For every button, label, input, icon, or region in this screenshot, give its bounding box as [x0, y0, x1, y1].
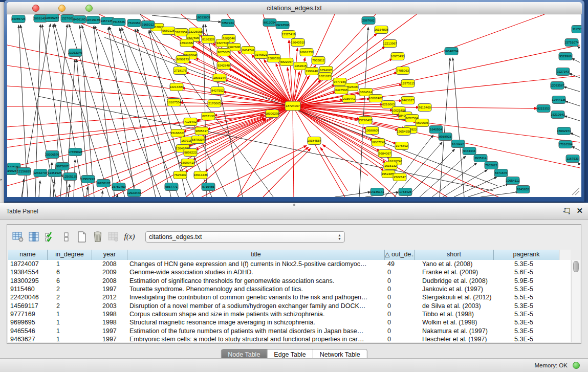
graph-node[interactable]: 20206576: [45, 151, 59, 159]
graph-node[interactable]: 1527602: [61, 15, 74, 23]
graph-node[interactable]: 7125492: [184, 118, 197, 126]
table-rows[interactable]: 1872400712008Changes of HCN gene express…: [8, 260, 571, 342]
column-header-in_degree[interactable]: in_degree: [48, 250, 92, 260]
graph-node[interactable]: 18807249: [371, 139, 385, 146]
graph-node[interactable]: 3315926: [7, 167, 17, 175]
graph-node[interactable]: 5878334: [191, 136, 205, 144]
table-selector[interactable]: citations_edges.txt ▲▼: [145, 231, 345, 243]
table-row[interactable]: 1872400712008Changes of HCN gene express…: [8, 260, 571, 268]
graph-node[interactable]: 9890173: [176, 56, 189, 63]
graph-node[interactable]: 21053346: [68, 49, 82, 57]
graph-node[interactable]: 16033809: [196, 14, 210, 21]
graph-node[interactable]: 1117253: [572, 26, 581, 33]
column-header-short[interactable]: short: [415, 250, 494, 260]
table-row[interactable]: 2242004622012Investigating the contribut…: [8, 293, 571, 301]
graph-node[interactable]: 9529966: [559, 53, 572, 60]
graph-node[interactable]: 12975115: [401, 80, 415, 87]
graph-node[interactable]: 2170065: [208, 100, 221, 107]
graph-node[interactable]: 9463627: [401, 97, 415, 104]
graph-node[interactable]: 8186328: [202, 36, 215, 43]
select-all-button[interactable]: [43, 229, 57, 245]
column-header-out_de[interactable]: △ out_de…: [385, 250, 415, 260]
graph-node[interactable]: 9227343: [556, 68, 570, 76]
graph-node[interactable]: 12213967: [383, 40, 397, 48]
graph-node[interactable]: 12444135: [552, 96, 566, 104]
hub-node[interactable]: 18724007: [285, 101, 300, 111]
table-scrollbar[interactable]: [572, 260, 580, 342]
graph-node[interactable]: 7955812: [312, 57, 325, 64]
graph-node[interactable]: 16154838: [374, 26, 388, 34]
graph-node[interactable]: 9805317: [195, 127, 208, 135]
table-row[interactable]: 946362711997Embryonic stem cells: a mode…: [8, 335, 571, 342]
graph-node[interactable]: 12093587: [550, 82, 564, 90]
memory-ok-indicator[interactable]: [573, 362, 580, 369]
graph-node[interactable]: 10655287: [45, 14, 59, 22]
graph-node[interactable]: 9660128: [162, 27, 175, 35]
graph-node[interactable]: 10973493: [390, 53, 405, 60]
graph-node[interactable]: 12923448: [127, 189, 141, 197]
graph-node[interactable]: 6497568: [335, 86, 348, 94]
graph-node[interactable]: 16210643: [551, 111, 565, 119]
table-settings-button[interactable]: [11, 229, 26, 245]
graph-node[interactable]: 6479197: [451, 140, 465, 148]
graph-node[interactable]: 2522547: [393, 173, 406, 181]
graph-node[interactable]: 15720407: [358, 117, 373, 124]
table-row[interactable]: 977716911998Corpus callosum shape and si…: [8, 310, 571, 318]
graph-node[interactable]: 12156829: [17, 168, 31, 176]
graph-node[interactable]: 8466160: [73, 16, 86, 24]
graph-node[interactable]: 8454749: [242, 47, 255, 54]
graph-node[interactable]: 10688609: [365, 127, 379, 135]
graph-node[interactable]: 1733426: [399, 188, 412, 196]
window-titlebar[interactable]: citations_edges.txt: [7, 2, 582, 14]
graph-node[interactable]: 1990448: [305, 68, 318, 75]
delete-rows-trash-button[interactable]: [91, 229, 105, 245]
column-header-title[interactable]: title: [127, 250, 385, 260]
graph-node[interactable]: 17957223: [81, 176, 95, 183]
column-options-button[interactable]: [59, 229, 73, 245]
column-header-pagerank[interactable]: pagerank: [494, 250, 559, 260]
graph-node[interactable]: 16958107: [96, 180, 111, 187]
graph-node[interactable]: 15166827: [170, 129, 185, 137]
network-canvas[interactable]: 7663822966012859129542322605893275051654…: [7, 14, 581, 197]
graph-node[interactable]: 15751074: [564, 39, 579, 47]
graph-node[interactable]: 9146821: [254, 51, 268, 59]
graph-node[interactable]: 8267130: [202, 113, 215, 120]
graph-node[interactable]: 18300295: [265, 110, 279, 118]
graph-node[interactable]: 9245652: [516, 186, 530, 193]
graph-node[interactable]: 7857224: [221, 19, 234, 27]
graph-node[interactable]: 8938923: [439, 133, 452, 141]
table-header-row[interactable]: namein_degreeyeartitle△ out_de…shortpage…: [8, 250, 571, 260]
graph-node[interactable]: 18640910: [291, 39, 305, 47]
combo-stepper-icon[interactable]: ▲▼: [338, 233, 341, 240]
graph-node[interactable]: 8813054: [263, 19, 276, 27]
graph-node[interactable]: 8471676: [494, 169, 508, 177]
table-row[interactable]: 911546021997Tourette syndrome. Phenomeno…: [8, 285, 571, 293]
table-row[interactable]: 969969511998Structural magnetic resonanc…: [8, 318, 571, 326]
graph-node[interactable]: 9115460: [418, 104, 431, 112]
graph-node[interactable]: 14136141: [370, 188, 384, 196]
column-header-year[interactable]: year: [92, 250, 127, 260]
graph-node[interactable]: 1975692: [395, 142, 408, 150]
graph-node[interactable]: 2036442: [342, 95, 356, 103]
graph-node[interactable]: 9165012: [141, 21, 155, 29]
graph-node[interactable]: 9699695: [416, 119, 429, 127]
graph-node[interactable]: 2935114: [474, 155, 487, 162]
splitter-handle[interactable]: [293, 204, 295, 206]
network-graph[interactable]: 7663822966012859129542322605893275051654…: [7, 14, 581, 197]
graph-node[interactable]: 18107554: [167, 99, 181, 106]
graph-node[interactable]: 16099419: [181, 159, 195, 167]
graph-node[interactable]: 1621022: [318, 73, 332, 80]
select-column-button[interactable]: [27, 229, 41, 245]
graph-node[interactable]: 2718176: [173, 67, 187, 75]
graph-node[interactable]: 11451928: [48, 169, 62, 177]
function-builder-button[interactable]: f(x): [122, 229, 137, 245]
graph-node[interactable]: 10654112: [506, 177, 520, 185]
graph-node[interactable]: 1640934: [429, 126, 443, 134]
graph-node[interactable]: 17016504: [558, 141, 573, 148]
float-panel-icon[interactable]: [563, 208, 571, 215]
column-header-name[interactable]: name: [8, 250, 48, 260]
graph-node[interactable]: 2803144: [213, 74, 226, 82]
graph-node[interactable]: 1167533: [566, 155, 579, 163]
graph-node[interactable]: 10807487: [368, 95, 383, 102]
graph-node[interactable]: 12505135: [63, 173, 77, 181]
